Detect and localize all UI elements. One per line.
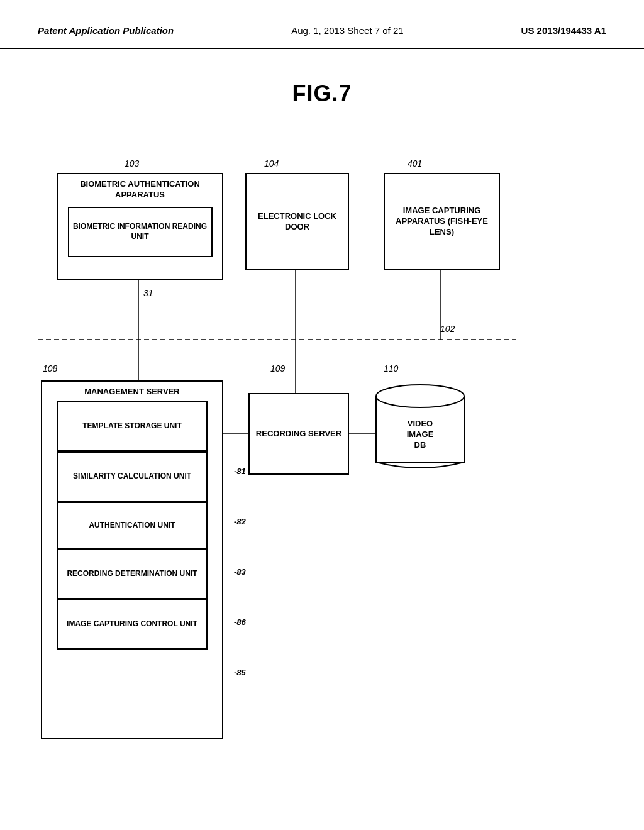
- image-capturing-control-label: IMAGE CAPTURING CONTROL UNIT: [67, 619, 197, 629]
- ref-104: 104: [264, 158, 279, 169]
- ref-102: 102: [440, 324, 455, 334]
- video-image-db-wrapper: VIDEO IMAGE DB: [370, 377, 470, 480]
- template-storage-label: TEMPLATE STORAGE UNIT: [82, 421, 182, 431]
- svg-point-9: [376, 385, 464, 407]
- electronic-lock-box: ELECTRONIC LOCK DOOR: [245, 173, 349, 270]
- electronic-lock-label: ELECTRONIC LOCK DOOR: [247, 211, 348, 233]
- svg-text:IMAGE: IMAGE: [407, 429, 434, 439]
- recording-determination-label: RECORDING DETERMINATION UNIT: [67, 569, 197, 579]
- video-image-db-svg: VIDEO IMAGE DB: [370, 377, 470, 478]
- svg-text:VIDEO: VIDEO: [408, 419, 433, 428]
- ref-31: 31: [143, 288, 153, 298]
- ref-83: -83: [234, 567, 246, 578]
- ref-103: 103: [125, 158, 139, 169]
- biometric-apparatus-box: BIOMETRIC AUTHENTICATION APPARATUS BIOME…: [57, 173, 223, 280]
- biometric-reading-label: BIOMETRIC INFORMATION READING UNIT: [69, 222, 211, 241]
- ref-85: -85: [234, 668, 246, 678]
- image-capturing-apparatus-box: IMAGE CAPTURING APPARATUS (FISH-EYE LENS…: [384, 173, 500, 270]
- publication-label: Patent Application Publication: [38, 25, 174, 36]
- similarity-calculation-label: SIMILARITY CALCULATION UNIT: [73, 472, 191, 482]
- ref-110: 110: [384, 363, 398, 374]
- recording-server-label: RECORDING SERVER: [256, 429, 341, 440]
- ref-401: 401: [408, 158, 422, 169]
- management-server-label: MANAGEMENT SERVER: [81, 387, 182, 397]
- date-sheet-label: Aug. 1, 2013 Sheet 7 of 21: [291, 25, 403, 36]
- biometric-reading-box: BIOMETRIC INFORMATION READING UNIT: [68, 207, 213, 257]
- image-capturing-apparatus-label: IMAGE CAPTURING APPARATUS (FISH-EYE LENS…: [385, 206, 499, 238]
- management-server-box: MANAGEMENT SERVER TEMPLATE STORAGE UNIT …: [41, 380, 223, 739]
- patent-number-label: US 2013/194433 A1: [521, 25, 606, 36]
- recording-server-box: RECORDING SERVER: [248, 393, 349, 475]
- diagram-area: 103 BIOMETRIC AUTHENTICATION APPARATUS B…: [0, 132, 644, 792]
- ref-86: -86: [234, 617, 246, 628]
- page-header: Patent Application Publication Aug. 1, 2…: [0, 0, 644, 49]
- image-capturing-control-box: IMAGE CAPTURING CONTROL UNIT: [57, 599, 208, 650]
- ref-82: -82: [234, 517, 246, 528]
- similarity-calculation-box: SIMILARITY CALCULATION UNIT: [57, 451, 208, 502]
- biometric-apparatus-label: BIOMETRIC AUTHENTICATION APPARATUS: [58, 179, 222, 201]
- figure-title: FIG.7: [0, 80, 644, 107]
- svg-text:DB: DB: [414, 440, 426, 450]
- recording-determination-box: RECORDING DETERMINATION UNIT: [57, 549, 208, 599]
- authentication-unit-box: AUTHENTICATION UNIT: [57, 502, 208, 549]
- template-storage-box: TEMPLATE STORAGE UNIT: [57, 401, 208, 451]
- authentication-unit-label: AUTHENTICATION UNIT: [89, 521, 175, 531]
- ref-108: 108: [43, 363, 57, 374]
- ref-109: 109: [270, 363, 285, 374]
- ref-81: -81: [234, 467, 246, 477]
